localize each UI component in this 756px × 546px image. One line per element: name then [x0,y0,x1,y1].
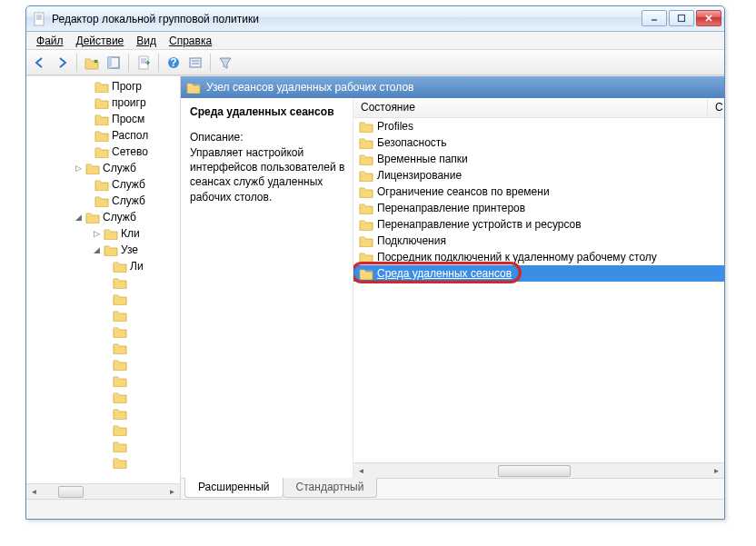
scroll-right-icon[interactable] [709,463,724,479]
back-button[interactable] [30,53,50,73]
tree-toggle-icon[interactable] [101,311,111,321]
tree-toggle-icon[interactable] [101,343,111,353]
menu-view[interactable]: Вид [130,33,163,49]
tree-toggle-icon[interactable] [83,147,93,157]
tree-item[interactable] [26,454,180,471]
tree-item[interactable]: Просм [26,111,180,127]
list-item[interactable]: Посредник подключений к удаленному рабоч… [353,249,724,265]
tree-item[interactable]: Распол [26,127,180,144]
tree-toggle-icon[interactable] [83,98,93,108]
tree-item[interactable]: Ли [26,258,180,274]
path-label: Узел сеансов удаленных рабочих столов [206,81,413,94]
list-item[interactable]: Лицензирование [353,167,724,184]
tree-toggle-icon[interactable] [101,327,111,337]
tree-item[interactable] [26,422,180,438]
tree-item[interactable]: проигр [26,94,180,111]
tree-toggle-icon[interactable] [83,196,93,206]
app-icon [32,12,46,26]
folder-icon [359,202,373,214]
menu-action[interactable]: Действие [70,33,131,49]
tree-toggle-icon[interactable]: ▷ [92,229,102,239]
col-state[interactable]: Состояние [353,98,708,117]
tree-item[interactable]: ▷Служб [26,160,180,176]
tree-toggle-icon[interactable] [101,294,111,304]
tree-label: Служб [103,211,136,223]
menu-file[interactable]: Файл [30,33,70,49]
scroll-thumb[interactable] [498,465,571,477]
tree-toggle-icon[interactable]: ◢ [92,245,102,255]
tree-item[interactable]: ◢Узе [26,242,180,258]
tree-item[interactable]: Служб [26,193,180,209]
svg-text:?: ? [170,56,176,69]
list-item[interactable]: Временные папки [353,151,724,167]
tree-toggle-icon[interactable] [101,442,111,452]
content: Среда удаленных сеансов Описание: Управл… [181,98,724,479]
tree-item[interactable] [26,405,180,422]
tree-toggle-icon[interactable]: ▷ [74,164,84,174]
tree-toggle-icon[interactable] [101,262,111,272]
scroll-left-icon[interactable] [353,463,369,479]
tree-label: Распол [112,129,148,142]
scroll-right-icon[interactable] [164,484,180,500]
list-hscrollbar[interactable] [353,462,724,478]
forward-button[interactable] [52,53,72,73]
list-item[interactable]: Ограничение сеансов по времени [353,184,724,200]
tree-item[interactable]: ◢Служб [26,209,180,225]
folder-icon [113,374,127,387]
list-item[interactable]: Перенаправление устройств и ресурсов [353,216,724,233]
tab-extended[interactable]: Расширенный [184,478,284,498]
up-button[interactable] [82,53,102,73]
tree-item[interactable]: Сетево [26,144,180,160]
tree-item[interactable]: ▷Кли [26,225,180,242]
tree-toggle-icon[interactable] [83,180,93,190]
showtree-button[interactable] [104,53,124,73]
tree[interactable]: ПрогрпроигрПросмРасполСетево▷СлужбСлужбС… [26,76,180,483]
tree-toggle-icon[interactable] [101,458,111,468]
tree-item[interactable] [26,307,180,323]
tree-item[interactable] [26,291,180,307]
tree-toggle-icon[interactable] [83,114,93,124]
scroll-track[interactable] [369,463,709,478]
tree-item[interactable] [26,438,180,454]
tree-toggle-icon[interactable] [83,131,93,141]
tree-toggle-icon[interactable] [101,409,111,419]
list-item[interactable]: Безопасность [353,134,724,151]
filter-button[interactable] [215,53,235,73]
tree-label: Сетево [112,145,148,158]
tree-item[interactable]: Служб [26,176,180,193]
col-s[interactable]: С [708,98,724,117]
list-header[interactable]: Состояние С [353,98,724,118]
tree-item[interactable]: Прогр [26,78,180,94]
tree-item[interactable] [26,356,180,372]
tree-label: Просм [112,113,144,125]
tree-toggle-icon[interactable] [101,376,111,386]
scroll-thumb[interactable] [58,486,84,498]
tree-toggle-icon[interactable] [101,425,111,435]
menu-help[interactable]: Справка [163,33,218,49]
tree-toggle-icon[interactable] [101,278,111,288]
tree-item[interactable] [26,274,180,291]
list-item[interactable]: Profiles [353,118,724,134]
tree-toggle-icon[interactable]: ◢ [74,213,84,223]
tree-toggle-icon[interactable] [83,82,93,92]
list-item[interactable]: Перенаправление принтеров [353,200,724,216]
list-item[interactable]: Подключения [353,233,724,249]
list-item-label: Посредник подключений к удаленному рабоч… [377,251,657,263]
export-button[interactable] [134,53,154,73]
tree-item[interactable] [26,323,180,340]
tab-standard[interactable]: Стандартный [283,478,378,498]
tree-item[interactable] [26,372,180,389]
maximize-button[interactable] [669,10,694,26]
help-button[interactable]: ? [164,53,184,73]
tree-toggle-icon[interactable] [101,392,111,402]
folder-icon [94,113,109,125]
scroll-left-icon[interactable] [26,484,42,500]
properties-button[interactable] [185,53,205,73]
close-button[interactable] [696,10,721,26]
tree-item[interactable] [26,389,180,405]
tree-toggle-icon[interactable] [101,360,111,370]
tree-hscrollbar[interactable] [26,483,180,499]
list-item[interactable]: Среда удаленных сеансов [353,265,724,282]
tree-item[interactable] [26,340,180,356]
minimize-button[interactable] [642,10,667,26]
